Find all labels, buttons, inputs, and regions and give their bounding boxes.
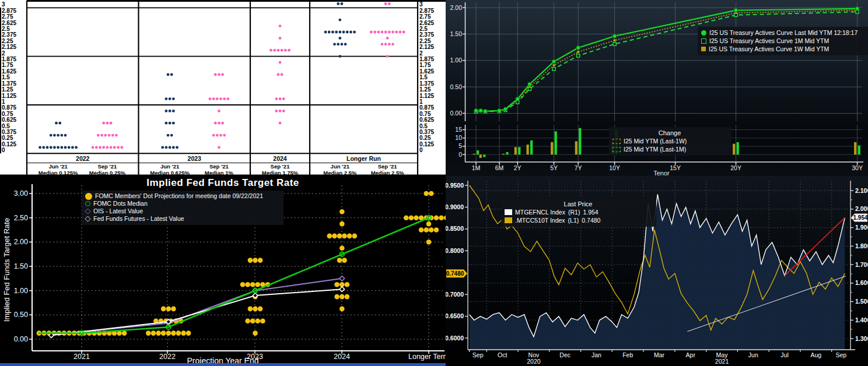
y-tick-label: 0.375 [2, 129, 16, 135]
y-tick-label: 0.5 [2, 123, 10, 129]
projection-dot [120, 146, 123, 149]
fed-funds-legend-dots[interactable]: FOMC Members' Dot Projections for meetin… [85, 192, 279, 200]
y-tick-label-right: 1.125 [419, 93, 434, 99]
dot-column-2022-Sep '21 [92, 122, 123, 149]
projection-dot [349, 31, 352, 34]
change-y-tick: 10 [455, 134, 462, 141]
treasury-legend-1m[interactable]: I25 US Treasury Actives Curve 1M Mid YTM [701, 37, 868, 45]
mtgefncl-last: 1.954 [583, 208, 598, 216]
fomc-dot [256, 282, 261, 287]
fomc-dot [424, 191, 429, 196]
panel-fomc-dot-plot[interactable]: 332.8752.8752.752.752.6252.6252.52.52.37… [0, 0, 446, 176]
projection-dot [165, 146, 168, 149]
tenor-tick-label: 5Y [550, 164, 558, 171]
fomc-dot [404, 215, 409, 220]
meeting-label: Sep '21 [378, 163, 398, 170]
tenor-tick-label: 7Y [575, 164, 582, 171]
fed-funds-legend-median[interactable]: FOMC Dots Median [85, 200, 279, 207]
projection-dot [370, 31, 373, 34]
projection-dot [58, 122, 61, 125]
projection-dot [55, 122, 58, 125]
y-tick-label-right: 2.875 [419, 8, 434, 14]
treasury-y-tick: 1.50 [450, 30, 463, 37]
fed-funds-legend-dots-label: FOMC Members' Dot Projections for meetin… [95, 192, 263, 200]
projection-dot [223, 134, 226, 137]
change-bar [473, 154, 475, 154]
projection-dot [284, 49, 287, 52]
projection-dot [172, 122, 175, 125]
projection-dot [42, 146, 45, 149]
fed-funds-legend-ois[interactable]: OIS - Latest Value [85, 207, 279, 215]
change-legend-1m-label: I25 Mid YTM (Last-1M) [624, 145, 686, 153]
projection-dot [95, 146, 98, 149]
right-axis-tick: 2.100 [855, 187, 868, 194]
right-axis-tick: 1.900 [855, 224, 868, 231]
fomc-dot [340, 294, 345, 300]
projection-dot [172, 146, 175, 149]
projection-dot [104, 134, 107, 137]
mtcc510t-name: .MTCC510T Index [515, 216, 565, 224]
treasury-legend-1w[interactable]: I25 US Treasury Actives Curve 1W Mid YTM [701, 45, 868, 53]
y-tick-label: 1.625 [2, 68, 16, 75]
fed-funds-legend-futures-label: Fed Funds Futures - Latest Value [93, 215, 184, 223]
fomc-dot [166, 307, 172, 312]
y-tick-label-right: 0.5 [419, 123, 428, 129]
projection-dot [97, 134, 100, 137]
projection-dot [53, 146, 56, 149]
fed-funds-line-0 [38, 218, 429, 333]
projection-dot [50, 146, 52, 149]
mortgage-legend-title: Last Price [505, 200, 652, 208]
change-legend-1m[interactable]: I25 Mid YTM (Last-1M) [612, 145, 727, 153]
left-axis-tick: 0.7000 [446, 291, 464, 298]
change-bar [506, 152, 508, 154]
projection-dot [282, 97, 285, 100]
right-axis-tick: 1.300 [855, 335, 868, 342]
fomc-dot [334, 294, 340, 300]
fomc-dot [245, 282, 250, 287]
fed-funds-y-tick: 2.00 [14, 238, 28, 246]
projection-dot [172, 97, 175, 100]
projection-dot [108, 134, 111, 137]
treasury-x-axis-title: Tenor [626, 170, 696, 177]
treasury-legend-last[interactable]: I25 US Treasury Actives Curve Last Mid Y… [701, 29, 868, 37]
fomc-dot [426, 221, 432, 227]
projection-dot [113, 146, 116, 149]
y-tick-label: 2.25 [2, 38, 13, 44]
fomc-dot-plot-chart: 332.8752.8752.752.752.6252.6252.52.52.37… [0, 0, 446, 176]
fomc-dot [340, 246, 345, 251]
projection-dot [212, 97, 215, 100]
fomc-dot [250, 282, 256, 287]
y-tick-label: 0 [2, 147, 5, 153]
mortgage-legend-mtcc510t[interactable]: .MTCC510T Index (L1) 0.7480 [505, 216, 652, 224]
projection-dot [279, 37, 282, 40]
projection-dot [279, 122, 282, 125]
group-year-label: 2023 [188, 155, 202, 162]
projection-dot [170, 73, 173, 76]
projection-dot [338, 19, 341, 22]
fomc-dot [426, 240, 432, 245]
y-tick-label-right: 1.875 [419, 56, 434, 62]
projection-dot [100, 134, 103, 137]
right-axis-tick: 1.800 [855, 242, 868, 249]
fomc-dot [345, 294, 350, 300]
mortgage-legend-mtgefncl[interactable]: MTGEFNCL Index (R1) 1.954 [505, 208, 652, 216]
y-tick-label-right: 0.375 [419, 129, 434, 135]
year-label: 2021 [715, 358, 729, 365]
month-tick-label: Feb [622, 351, 633, 358]
change-legend-1w[interactable]: I25 Mid YTM (Last-1W) [612, 137, 727, 145]
fed-funds-legend-futures[interactable]: Fed Funds Futures - Latest Value [85, 215, 279, 223]
y-tick-label: 2.125 [2, 44, 16, 50]
projection-dot [218, 110, 220, 112]
projection-dot [279, 61, 282, 64]
projection-dot [161, 146, 164, 149]
treasury-y-tick: 2.00 [450, 4, 463, 11]
fomc-dot [342, 258, 347, 263]
projection-dot [57, 134, 60, 137]
fomc-dot [337, 234, 342, 239]
group-year-label: Longer Run [346, 155, 381, 162]
fed-funds-chart-title: Implied Fed Funds Target Rate [0, 177, 446, 189]
fomc-dot [122, 330, 127, 336]
fomc-dot [337, 258, 342, 263]
change-bar [575, 141, 578, 154]
projection-dot [275, 110, 278, 112]
